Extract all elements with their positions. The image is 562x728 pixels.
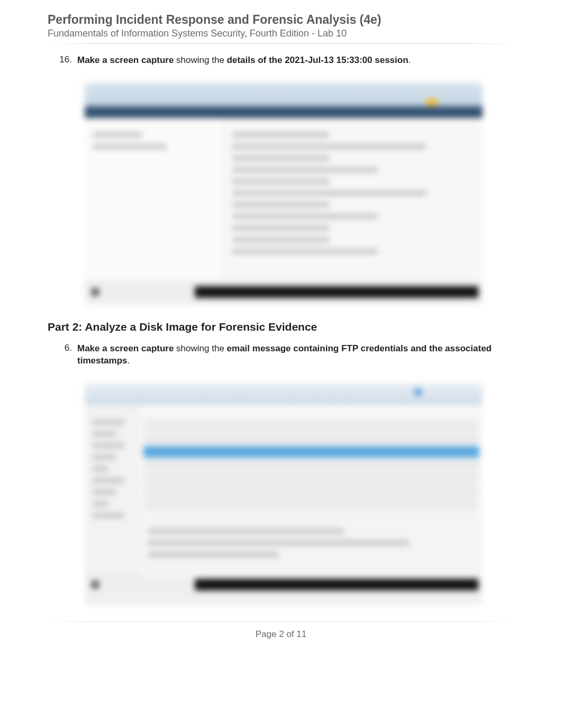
header-title: Performing Incident Response and Forensi… [48,13,514,27]
screenshot-1 [85,83,483,305]
bold-text: details of the 2021-Jul-13 15:33:00 sess… [227,55,409,65]
page-number: Page 2 of 11 [48,629,514,640]
bold-text: Make a screen capture [77,343,174,353]
screenshot-2 [85,383,483,605]
footer-divider [48,621,514,622]
list-text: Make a screen capture showing the email … [77,343,514,367]
part2-heading: Part 2: Analyze a Disk Image for Forensi… [48,321,514,333]
list-item-6: 6. Make a screen capture showing the ema… [58,343,514,367]
header-divider [48,43,514,44]
list-text: Make a screen capture showing the detail… [77,54,411,67]
list-number: 16. [58,54,77,67]
period: . [127,356,130,366]
plain-text: showing the [174,343,226,353]
list-item-16: 16. Make a screen capture showing the de… [58,54,514,67]
bold-text: Make a screen capture [77,55,174,65]
period: . [409,55,411,65]
list-number: 6. [58,343,77,367]
plain-text: showing the [174,55,226,65]
document-page: Performing Incident Response and Forensi… [0,0,562,728]
header-subtitle: Fundamentals of Information Systems Secu… [48,28,514,39]
